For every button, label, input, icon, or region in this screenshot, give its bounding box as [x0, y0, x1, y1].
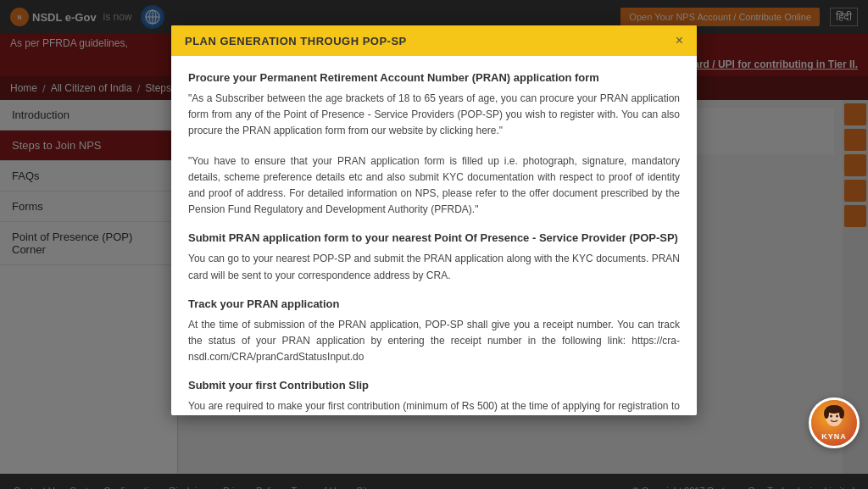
- modal-section-5-body: You are required to make your first cont…: [188, 398, 680, 415]
- modal-section-5-heading: Submit your first Contribution Slip: [188, 379, 680, 392]
- modal: PLAN GENERATION THROUGH POP-SP × Procure…: [171, 25, 697, 415]
- modal-title: PLAN GENERATION THROUGH POP-SP: [185, 35, 407, 47]
- kyna-inner: KYNA: [811, 400, 857, 446]
- modal-section-1-heading: Procure your Permanent Retirement Accoun…: [188, 71, 680, 84]
- kyna-chatbot-button[interactable]: KYNA: [809, 397, 860, 448]
- modal-section-4-body: At the time of submission of the PRAN ap…: [188, 317, 680, 366]
- svg-point-7: [830, 415, 832, 418]
- modal-section-4-heading: Track your PRAN application: [188, 297, 680, 310]
- modal-section-3-heading: Submit PRAN application form to your nea…: [188, 231, 680, 244]
- modal-header: PLAN GENERATION THROUGH POP-SP ×: [171, 25, 697, 56]
- modal-section-3-body: You can go to your nearest POP-SP and su…: [188, 251, 680, 283]
- modal-body: Procure your Permanent Retirement Accoun…: [171, 56, 697, 415]
- svg-point-10: [824, 408, 829, 419]
- svg-point-11: [839, 408, 844, 419]
- modal-close-button[interactable]: ×: [676, 34, 683, 47]
- kyna-label: KYNA: [821, 432, 847, 441]
- modal-section-2-body: "You have to ensure that your PRAN appli…: [188, 153, 680, 219]
- modal-section-1-body: "As a Subscriber between the age bracket…: [188, 91, 680, 140]
- modal-section-5: Submit your first Contribution Slip You …: [188, 379, 680, 415]
- modal-section-3: Submit PRAN application form to your nea…: [188, 231, 680, 283]
- modal-section-2: "You have to ensure that your PRAN appli…: [188, 153, 680, 219]
- modal-section-1: Procure your Permanent Retirement Accoun…: [188, 71, 680, 140]
- svg-point-8: [836, 415, 838, 418]
- modal-section-4: Track your PRAN application At the time …: [188, 297, 680, 366]
- modal-overlay[interactable]: PLAN GENERATION THROUGH POP-SP × Procure…: [0, 0, 868, 489]
- kyna-avatar-icon: [821, 405, 847, 432]
